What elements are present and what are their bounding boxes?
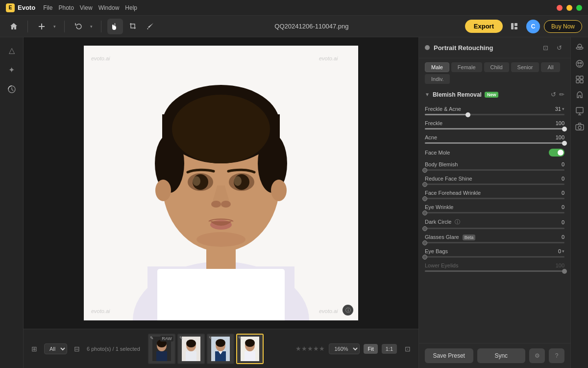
panel-header-btns: ⊡ ↺ [540,42,564,53]
brush-tool-btn[interactable] [143,19,158,34]
eye-wrinkle-label: Eye Wrinkle [425,204,553,210]
export-button[interactable]: Export [465,20,503,33]
fit-view-btn[interactable]: Fit [364,344,377,354]
section-collapse-arrow[interactable]: ▼ [425,92,430,97]
canvas-info-btn[interactable]: ⓘ [343,305,353,315]
filmstrip-thumb-4[interactable]: ✎ [236,334,264,364]
toolbar-group-undo: ▾ [71,19,95,34]
eye-bags-row: Eye Bags 0 ▾ [419,246,570,261]
section-reset-btn[interactable]: ↺ [551,91,556,98]
body-blemish-slider[interactable] [425,169,564,171]
panel-header: Portrait Retouching ⊡ ↺ [419,37,570,58]
section-edit-btn[interactable]: ✏ [559,91,564,98]
zoom-select[interactable]: 160% [329,343,360,354]
photo-frame: evoto.ai evoto.ai evoto.ai evoto.ai ⓘ [84,46,358,320]
face-forehead-wrinkle-slider[interactable] [425,198,564,199]
menu-bar: File Photo View Window Help [43,4,137,11]
rating-stars[interactable]: ★★★★★ [295,345,325,352]
menu-file[interactable]: File [43,4,52,11]
help-btn[interactable]: ? [549,348,564,363]
panel-toggle-btn[interactable]: ⊡ [401,342,415,356]
reduce-face-shine-slider[interactable] [425,184,564,185]
layers-icon[interactable] [573,41,587,55]
tab-child[interactable]: Child [484,62,509,72]
reduce-face-shine-row: Reduce Face Shine 0 [419,174,570,188]
face-retouch-icon[interactable] [573,57,587,71]
tab-senior[interactable]: Senior [511,62,539,72]
expand-panel-btn[interactable]: ⊡ [540,42,551,53]
user-avatar[interactable]: C [526,20,540,33]
eye-bags-expand[interactable]: ▾ [562,249,564,254]
new-badge: New [485,92,499,98]
filmstrip: ⊞ All ⊟ 6 photo(s) / 1 selected [24,329,418,368]
undo-btn[interactable] [71,19,86,34]
filter-panel-icon[interactable]: ✦ [3,61,21,79]
hand-tool-btn[interactable] [107,19,123,34]
filmstrip-thumb-2[interactable]: ✎ [177,334,205,364]
acne-row: Acne 100 [419,132,570,147]
adjustment-grid-icon[interactable] [573,73,587,86]
camera-icon[interactable] [573,120,587,133]
svg-text:evoto.ai: evoto.ai [319,308,338,314]
freckle-slider[interactable] [425,128,564,130]
eye-bags-value: 0 [549,248,561,254]
body-retouch-icon[interactable] [573,88,587,102]
adjustment-panel-icon[interactable]: △ [3,41,21,59]
add-dropdown-btn[interactable]: ▾ [50,19,58,34]
freckle-acne-label: Freckle & Acne [425,106,549,112]
undo-dropdown-btn[interactable]: ▾ [87,19,95,34]
tab-male[interactable]: Male [425,62,449,72]
canvas-container[interactable]: evoto.ai evoto.ai evoto.ai evoto.ai ⓘ [24,37,418,329]
acne-slider[interactable] [425,142,564,144]
eye-bags-slider[interactable] [425,256,564,258]
menu-window[interactable]: Window [98,4,120,11]
filter-dropdown[interactable]: All [44,343,67,354]
lower-eyelids-slider[interactable] [425,270,564,272]
svg-point-59 [578,126,581,129]
menu-help[interactable]: Help [125,4,137,11]
close-window-btn[interactable] [557,5,563,11]
glasses-glare-slider[interactable] [425,242,564,243]
tab-all[interactable]: All [541,62,560,72]
panel-dot [425,45,430,50]
buy-now-button[interactable]: Buy Now [544,20,582,33]
maximize-window-btn[interactable] [576,5,582,11]
freckle-acne-expand[interactable]: ▾ [562,106,564,111]
dark-circle-label: Dark Circle ⓘ [425,218,553,226]
history-panel-icon[interactable] [3,80,21,98]
face-mole-toggle[interactable] [549,149,564,157]
file-title: QQ20241206-110047.png [160,23,463,30]
sync-button[interactable]: Sync [477,348,526,363]
toolbar-group-add: ▾ [34,19,58,34]
svg-point-15 [155,180,171,201]
glasses-glare-value: 0 [553,234,564,240]
freckle-value: 100 [553,120,564,126]
menu-photo[interactable]: Photo [58,4,74,11]
panel-settings-btn[interactable]: ⚙ [529,348,545,363]
ratio-view-btn[interactable]: 1:1 [382,344,397,354]
export-action-icon[interactable] [573,104,587,118]
menu-view[interactable]: View [80,4,93,11]
eye-wrinkle-slider[interactable] [425,212,564,213]
crop-tool-btn[interactable] [125,19,141,34]
save-preset-button[interactable]: Save Preset [425,348,473,363]
dark-circle-slider[interactable] [425,228,564,229]
layout-icon-btn[interactable] [507,19,522,34]
filmstrip-thumb-3[interactable]: ✎ [207,334,234,364]
panel-title: Portrait Retouching [434,44,536,52]
home-btn[interactable] [6,19,22,34]
svg-point-23 [211,201,221,208]
add-btn[interactable] [34,19,49,34]
minimize-window-btn[interactable] [566,5,572,11]
freckle-acne-slider[interactable] [425,114,564,115]
acne-value: 100 [553,134,564,140]
reset-panel-btn[interactable]: ↺ [554,42,564,53]
tab-female[interactable]: Female [451,62,482,72]
filmstrip-grid-btn[interactable]: ⊞ [27,342,41,356]
blemish-removal-section: ▼ Blemish Removal New ↺ ✏ [419,87,570,102]
filmstrip-layout-btn[interactable]: ⊟ [70,342,84,356]
app-logo[interactable]: E Evoto [6,3,35,12]
tab-indiv[interactable]: Indiv. [425,74,450,84]
filmstrip-thumb-1[interactable]: RAW ✎ [148,334,175,364]
dark-circle-info-icon[interactable]: ⓘ [455,219,460,225]
